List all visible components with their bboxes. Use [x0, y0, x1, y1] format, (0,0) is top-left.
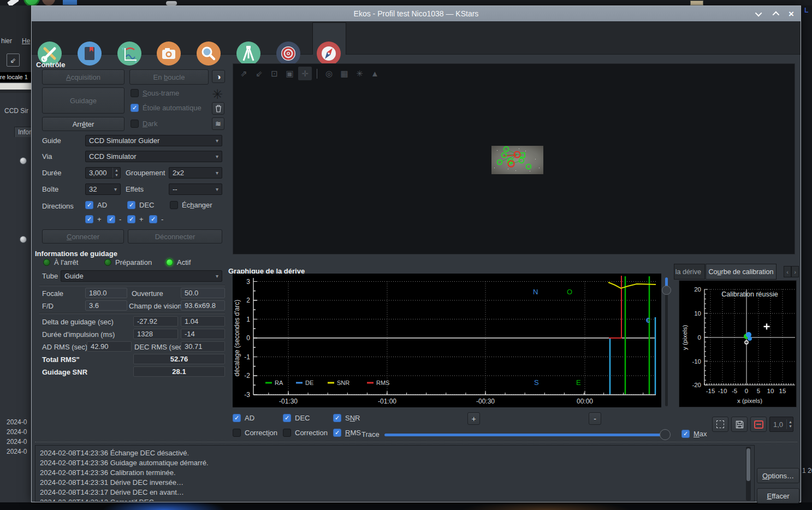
log-line: 2024-02-08T14:23:36 Guidage automatique … — [40, 458, 750, 468]
tab-drift-graph[interactable]: la dérive — [674, 264, 705, 280]
guide-camera-select[interactable]: CCD Simulator Guider▾ — [85, 135, 222, 146]
stack-icon-button[interactable]: ◑ — [212, 70, 225, 83]
save-icon — [736, 420, 744, 429]
effects-select[interactable]: --▾ — [169, 183, 222, 195]
zoom-in-icon[interactable]: ⇗ — [237, 67, 251, 80]
spinner-icon: ✳ — [212, 87, 223, 102]
red-minus-icon — [754, 420, 763, 429]
guide-graph-button[interactable]: ≋ — [212, 117, 224, 130]
maximize-icon[interactable] — [773, 11, 780, 18]
clear-calibration-button[interactable] — [212, 102, 224, 115]
svg-text:0: 0 — [698, 334, 701, 341]
trace-max-checkbox[interactable]: ✓Max — [681, 430, 707, 438]
tab-scroll-right-icon[interactable]: › — [791, 266, 799, 277]
zoom-actual-icon[interactable]: ▣ — [283, 67, 297, 80]
pulse-label: Durée d'impulsion (ms) — [42, 330, 115, 339]
separator — [39, 313, 225, 314]
guide-info-group-title: Informations de guidage — [35, 250, 117, 258]
connect-button[interactable]: Connecter — [42, 229, 124, 244]
window-titlebar[interactable]: Ekos - Profil test Nico1038 — KStars × — [32, 6, 801, 21]
zoom-fit-icon[interactable]: ⊡ — [268, 67, 281, 80]
zoom-in-graph-button[interactable]: + — [467, 412, 480, 425]
desktop-wallpaper — [0, 502, 812, 510]
scope-select[interactable]: Guide▾ — [61, 270, 222, 282]
bg-tool-icon: ⇙ — [7, 54, 20, 67]
pan-icon[interactable]: ✛ — [298, 67, 312, 80]
box-label: Boîte — [42, 185, 58, 193]
stop-button[interactable]: Arrêter — [42, 117, 125, 131]
log-view[interactable]: 2024-02-08T14:23:36 Échange DEC désactiv… — [35, 445, 755, 502]
clear-log-button[interactable]: Effacer — [757, 488, 799, 503]
bg-log-fragments: 2024-02024-02024-02024-0 — [7, 417, 27, 456]
background-window-left: hier He ⇙ re locale 1 CCD Sir Infor 2024… — [0, 5, 31, 502]
save-graph-button[interactable] — [731, 417, 748, 432]
close-icon[interactable]: × — [789, 9, 794, 19]
tab-scroll-left-icon[interactable]: ‹ — [784, 266, 791, 277]
histogram-icon[interactable]: ▲ — [368, 67, 382, 80]
graph-rms-checkbox[interactable]: ✓RMS — [333, 429, 361, 437]
dec-correction-checkbox[interactable]: Correction — [283, 429, 328, 437]
drift-zoom-slider-track[interactable] — [665, 277, 668, 406]
trace-slider-handle[interactable] — [660, 429, 671, 440]
grid-icon[interactable]: ▦ — [337, 67, 351, 80]
guide-button[interactable]: Guidage — [42, 87, 125, 114]
exposure-spinbox[interactable]: 3,000▲▼ — [85, 167, 121, 179]
zoom-out-graph-button[interactable]: - — [589, 412, 601, 425]
graph-snr-checkbox[interactable]: ✓SNR — [333, 414, 360, 422]
analyze-module-icon[interactable]: Y x — [117, 41, 142, 66]
focus-module-icon[interactable] — [196, 41, 221, 66]
guide-module-icon[interactable] — [316, 41, 341, 66]
window-title: Ekos - Profil test Nico1038 — KStars — [354, 9, 479, 18]
dec-plus-checkbox[interactable]: ✓+ — [127, 215, 144, 223]
dec-direction-checkbox[interactable]: ✓DEC — [127, 201, 154, 209]
dark-checkbox[interactable]: Dark — [131, 120, 157, 128]
drift-zoom-slider-handle[interactable] — [662, 286, 671, 295]
autostar-checkbox[interactable]: ✓Étoile automatique — [131, 104, 201, 112]
swap-checkbox[interactable]: Échanger — [170, 201, 212, 209]
pulse-dec-value: -14 — [181, 329, 225, 339]
crosshair-icon[interactable]: ◎ — [322, 67, 336, 80]
minimize-icon[interactable] — [755, 9, 762, 16]
exposure-label: Durée — [42, 169, 61, 177]
zoom-out-icon[interactable]: ⇙ — [252, 67, 266, 80]
svg-text:0: 0 — [246, 334, 250, 342]
stars-icon[interactable]: ✳ — [353, 67, 366, 80]
scheduler-module-icon[interactable] — [77, 41, 102, 66]
svg-text:5: 5 — [757, 388, 760, 394]
tab-calibration-plot[interactable]: Courbe de calibration — [706, 264, 777, 280]
trace-slider-track[interactable] — [384, 434, 665, 436]
subframe-checkbox[interactable]: Sous-trame — [131, 89, 179, 97]
ra-correction-checkbox[interactable]: Correction — [233, 429, 277, 437]
telescope-icon — [7, 0, 19, 5]
bg-log-fragment: 2024-0 — [7, 447, 27, 456]
via-select[interactable]: CCD Simulator▾ — [85, 151, 222, 162]
disconnect-button[interactable]: Déconnecter — [128, 229, 222, 244]
export-region-button[interactable] — [712, 417, 728, 432]
options-button[interactable]: Options… — [757, 468, 799, 483]
capture-button[interactable]: Acquisition — [42, 69, 125, 85]
dec-minus-checkbox[interactable]: ✓- — [149, 215, 163, 223]
cloud-icon — [166, 1, 177, 5]
background-right: L 1 20 — [801, 5, 812, 502]
binning-select[interactable]: 2x2▾ — [169, 167, 222, 179]
clear-graph-button[interactable] — [750, 417, 767, 432]
capture-module-icon[interactable] — [156, 41, 181, 66]
desktop: hier He ⇙ re locale 1 CCD Sir Infor 2024… — [0, 0, 812, 510]
mount-module-icon[interactable] — [236, 41, 261, 66]
graph-dec-checkbox[interactable]: ✓DEC — [283, 414, 310, 422]
focal-value: 180.0 — [85, 288, 127, 298]
log-scrollbar-thumb[interactable] — [746, 448, 750, 481]
log-scrollbar[interactable] — [746, 447, 751, 501]
ra-plus-checkbox[interactable]: ✓+ — [85, 215, 102, 223]
graph-ra-checkbox[interactable]: ✓AD — [233, 414, 254, 422]
svg-text:DE: DE — [305, 379, 313, 386]
ra-minus-checkbox[interactable]: ✓- — [107, 215, 121, 223]
ra-direction-checkbox[interactable]: ✓AD — [85, 201, 107, 209]
loop-button[interactable]: En boucle — [129, 69, 209, 85]
scale-spinbox[interactable]: 1,0▲▼ — [769, 417, 793, 432]
guide-snr-value: 28.1 — [133, 366, 225, 377]
box-select[interactable]: 32▾ — [85, 183, 121, 195]
guide-star-image — [491, 146, 543, 174]
svg-text:Calibration réussie: Calibration réussie — [721, 290, 778, 298]
align-module-icon[interactable] — [276, 41, 301, 66]
